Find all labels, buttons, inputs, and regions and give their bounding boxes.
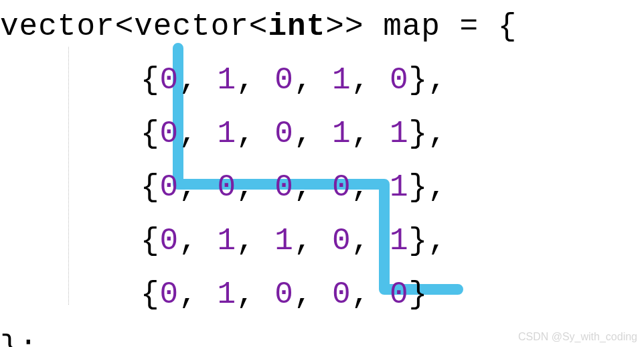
matrix-value: 1 bbox=[217, 63, 236, 98]
value-separator: , bbox=[351, 170, 390, 205]
matrix-row: {0, 1, 0, 0, 0} bbox=[0, 268, 517, 322]
matrix-value: 0 bbox=[390, 277, 409, 312]
matrix-value: 0 bbox=[390, 63, 409, 98]
row-close-brace: } bbox=[409, 170, 428, 205]
matrix-row: {0, 1, 1, 0, 1}, bbox=[0, 214, 517, 268]
value-separator: , bbox=[179, 117, 217, 151]
matrix-value: 0 bbox=[274, 170, 294, 205]
watermark-text: CSDN @Sy_with_coding bbox=[518, 331, 637, 343]
row-separator: , bbox=[428, 63, 447, 98]
value-separator: , bbox=[351, 117, 390, 151]
row-open-brace: { bbox=[141, 277, 160, 312]
value-separator: , bbox=[294, 63, 332, 98]
matrix-value: 0 bbox=[160, 277, 179, 312]
matrix-row: {0, 1, 0, 1, 1}, bbox=[0, 107, 517, 161]
value-separator: , bbox=[351, 224, 390, 259]
matrix-value: 1 bbox=[332, 117, 351, 151]
value-separator: , bbox=[179, 277, 217, 312]
matrix-value: 1 bbox=[390, 224, 409, 259]
row-open-brace: { bbox=[141, 224, 160, 259]
matrix-value: 0 bbox=[274, 277, 294, 312]
matrix-value: 0 bbox=[160, 63, 179, 98]
value-separator: , bbox=[294, 170, 332, 205]
matrix-value: 0 bbox=[332, 277, 351, 312]
matrix-value: 0 bbox=[160, 224, 179, 259]
value-separator: , bbox=[351, 63, 390, 98]
value-separator: , bbox=[236, 117, 274, 151]
type-token: vector<vector< bbox=[0, 9, 268, 44]
value-separator: , bbox=[236, 277, 274, 312]
assign-open-brace: = { bbox=[440, 9, 517, 44]
value-separator: , bbox=[236, 224, 274, 259]
matrix-value: 0 bbox=[332, 170, 351, 205]
row-separator: , bbox=[428, 170, 447, 205]
value-separator: , bbox=[179, 63, 217, 98]
declaration-line: vector<vector<int>> map = { bbox=[0, 0, 517, 54]
value-separator: , bbox=[294, 117, 332, 151]
row-close-brace: } bbox=[409, 277, 428, 312]
variable-name: map bbox=[383, 9, 440, 44]
type-close-token: >> bbox=[325, 9, 383, 44]
closing-brace-semicolon: }; bbox=[0, 331, 38, 347]
code-block: vector<vector<int>> map = { {0, 1, 0, 1,… bbox=[0, 0, 517, 347]
value-separator: , bbox=[236, 63, 274, 98]
matrix-value: 1 bbox=[217, 117, 236, 151]
value-separator: , bbox=[179, 224, 217, 259]
row-separator: , bbox=[428, 224, 447, 259]
value-separator: , bbox=[294, 224, 332, 259]
matrix-value: 1 bbox=[274, 224, 294, 259]
matrix-value: 0 bbox=[332, 224, 351, 259]
value-separator: , bbox=[351, 277, 390, 312]
matrix-value: 0 bbox=[217, 170, 236, 205]
keyword-int: int bbox=[268, 9, 325, 44]
matrix-row: {0, 1, 0, 1, 0}, bbox=[0, 54, 517, 107]
matrix-value: 0 bbox=[274, 63, 294, 98]
row-open-brace: { bbox=[141, 117, 160, 151]
value-separator: , bbox=[179, 170, 217, 205]
matrix-value: 0 bbox=[274, 117, 294, 151]
matrix-value: 1 bbox=[390, 170, 409, 205]
matrix-value: 1 bbox=[217, 277, 236, 312]
end-line: }; bbox=[0, 322, 517, 347]
row-close-brace: } bbox=[409, 224, 428, 259]
row-close-brace: } bbox=[409, 63, 428, 98]
matrix-value: 1 bbox=[217, 224, 236, 259]
value-separator: , bbox=[236, 170, 274, 205]
value-separator: , bbox=[294, 277, 332, 312]
row-separator: , bbox=[428, 117, 447, 151]
matrix-value: 1 bbox=[390, 117, 409, 151]
matrix-row: {0, 0, 0, 0, 1}, bbox=[0, 161, 517, 214]
row-close-brace: } bbox=[409, 117, 428, 151]
matrix-value: 1 bbox=[332, 63, 351, 98]
row-open-brace: { bbox=[141, 170, 160, 205]
matrix-value: 0 bbox=[160, 170, 179, 205]
matrix-value: 0 bbox=[160, 117, 179, 151]
row-open-brace: { bbox=[141, 63, 160, 98]
